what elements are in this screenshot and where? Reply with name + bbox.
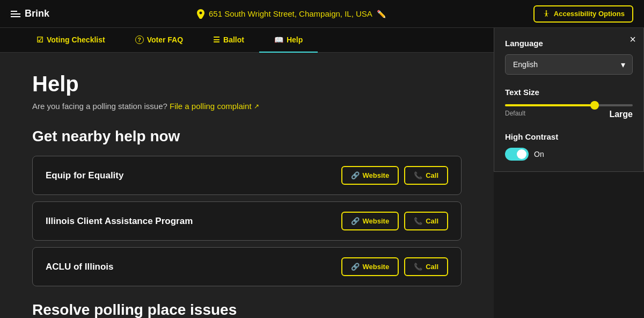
address-text: 651 South Wright Street, Champaign, IL, … xyxy=(209,9,372,18)
main-content: Help Are you facing a polling station is… xyxy=(0,53,494,318)
complaint-link[interactable]: File a polling complaint ↗ xyxy=(170,102,259,111)
header: Brink 651 South Wright Street, Champaign… xyxy=(0,0,644,28)
org-card-aclu: ACLU of Illinois 🔗 Website 📞 Call xyxy=(32,247,462,286)
location-icon xyxy=(197,9,204,19)
equip-website-button[interactable]: 🔗 Website xyxy=(341,166,399,185)
toggle-row: On xyxy=(505,148,633,161)
nav-item-voting-checklist[interactable]: ☑ Voting Checklist xyxy=(21,28,120,53)
subtitle-text: Are you facing a polling station issue? xyxy=(32,102,167,111)
complaint-link-text: File a polling complaint xyxy=(170,102,252,111)
resolve-title: Resolve polling place issues xyxy=(32,301,462,318)
voting-checklist-icon: ☑ xyxy=(36,35,43,44)
org-card-equip: Equip for Equality 🔗 Website 📞 Call xyxy=(32,156,462,195)
phone-icon-3: 📞 xyxy=(414,263,422,271)
panel-close-button[interactable]: × xyxy=(630,33,636,46)
high-contrast-label: High Contrast xyxy=(505,132,633,141)
illinois-client-call-button[interactable]: 📞 Call xyxy=(404,212,448,230)
text-size-label: Text Size xyxy=(505,88,633,97)
high-contrast-section: High Contrast On xyxy=(505,132,633,161)
org-actions-illinois-client: 🔗 Website 📞 Call xyxy=(341,212,448,230)
org-name-aclu: ACLU of Illinois xyxy=(46,262,114,272)
nearby-help-title: Get nearby help now xyxy=(32,128,462,145)
aclu-website-button[interactable]: 🔗 Website xyxy=(341,257,399,276)
logo-icon xyxy=(11,11,20,17)
toggle-on-label: On xyxy=(534,150,544,158)
link-icon-3: 🔗 xyxy=(351,263,360,271)
nav-item-help[interactable]: 📖 Help xyxy=(259,28,318,53)
link-icon-2: 🔗 xyxy=(351,217,360,225)
accessibility-button[interactable]: Accessibility Options xyxy=(533,5,633,23)
edit-icon[interactable]: ✏️ xyxy=(377,10,386,18)
address-bar: 651 South Wright Street, Champaign, IL, … xyxy=(197,9,386,19)
accessibility-icon xyxy=(542,10,551,18)
help-icon: 📖 xyxy=(274,35,283,44)
org-actions-equip: 🔗 Website 📞 Call xyxy=(341,166,448,185)
subtitle: Are you facing a polling station issue? … xyxy=(32,102,462,111)
link-icon: 🔗 xyxy=(351,171,360,179)
aclu-call-button[interactable]: 📞 Call xyxy=(404,257,448,276)
svg-point-0 xyxy=(545,10,547,12)
nav-label-ballot: Ballot xyxy=(223,35,244,44)
org-name-illinois-client: Illinois Client Assistance Program xyxy=(46,216,193,227)
external-link-icon: ↗ xyxy=(254,103,259,110)
nav-item-ballot[interactable]: ☰ Ballot xyxy=(198,28,259,53)
ballot-icon: ☰ xyxy=(213,35,220,44)
logo: Brink xyxy=(11,8,49,19)
close-icon: × xyxy=(630,33,636,45)
language-section-label: Language xyxy=(505,39,633,48)
language-select[interactable]: English Spanish French Mandarin Arabic xyxy=(505,54,633,75)
text-size-section: Text Size Default Large xyxy=(505,88,633,119)
org-card-illinois-client: Illinois Client Assistance Program 🔗 Web… xyxy=(32,201,462,241)
org-actions-aclu: 🔗 Website 📞 Call xyxy=(341,257,448,276)
page-title: Help xyxy=(32,72,462,96)
nav-item-voter-faq[interactable]: ? Voter FAQ xyxy=(120,28,198,53)
org-name-equip: Equip for Equality xyxy=(46,170,123,181)
high-contrast-toggle[interactable] xyxy=(505,148,529,161)
accessibility-panel: × Language English Spanish French Mandar… xyxy=(494,28,644,172)
equip-call-button[interactable]: 📞 Call xyxy=(404,166,448,185)
nav-label-voter-faq: Voter FAQ xyxy=(147,35,183,44)
logo-text: Brink xyxy=(25,8,49,19)
phone-icon-2: 📞 xyxy=(414,217,422,225)
phone-icon: 📞 xyxy=(414,171,422,179)
language-select-wrapper: English Spanish French Mandarin Arabic xyxy=(505,54,633,75)
nav-label-help: Help xyxy=(287,35,303,44)
illinois-client-website-button[interactable]: 🔗 Website xyxy=(341,212,399,230)
accessibility-btn-label: Accessibility Options xyxy=(554,10,625,18)
nav-label-voting-checklist: Voting Checklist xyxy=(47,35,105,44)
voter-faq-icon: ? xyxy=(135,35,144,44)
